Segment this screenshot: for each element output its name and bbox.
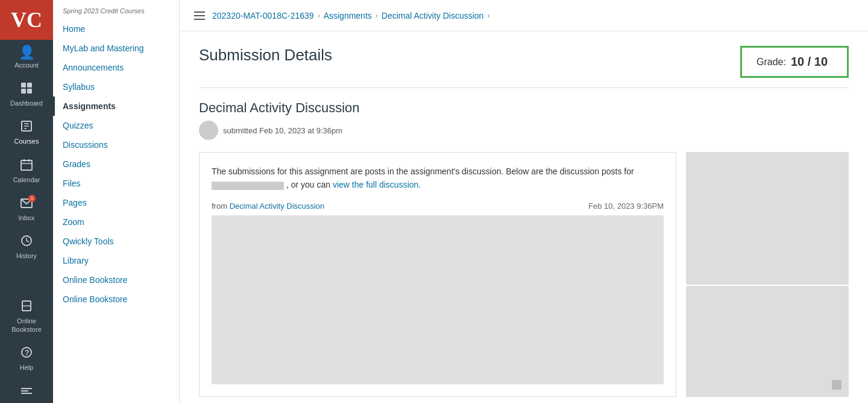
course-nav-announcements[interactable]: Announcements <box>53 58 179 77</box>
course-nav-online-bookstore2[interactable]: Online Bookstore <box>53 290 179 309</box>
svg-rect-3 <box>27 89 32 94</box>
collapse-nav-button[interactable] <box>0 378 53 403</box>
history-icon <box>20 234 33 250</box>
header-divider <box>199 87 849 88</box>
course-nav-zoom[interactable]: Zoom <box>53 212 179 232</box>
bookstore-icon <box>20 299 33 315</box>
course-nav-discussions[interactable]: Discussions <box>53 135 179 154</box>
bookstore-label: Online Bookstore <box>2 317 51 333</box>
svg-rect-1 <box>27 83 32 87</box>
grade-label: Grade: <box>756 57 786 68</box>
submission-text-2: , or you can <box>286 180 330 189</box>
sidebar-item-history[interactable]: History <box>0 228 53 266</box>
post-link[interactable]: Decimal Activity Discussion <box>230 202 325 211</box>
hamburger-line-1 <box>194 11 205 13</box>
submission-text-1: The submissions for this assignment are … <box>212 167 634 176</box>
hamburger-line-2 <box>194 15 205 16</box>
calendar-label: Calendar <box>13 176 40 184</box>
dashboard-icon <box>20 81 33 97</box>
course-nav-syllabus[interactable]: Syllabus <box>53 77 179 97</box>
grade-value: 10 / 10 <box>791 55 828 69</box>
help-icon: ? <box>20 346 33 361</box>
post-header: from Decimal Activity Discussion Feb 10,… <box>212 202 664 211</box>
course-nav-mylab[interactable]: MyLab and Mastering <box>53 39 179 58</box>
course-nav-quizzes[interactable]: Quizzes <box>53 116 179 135</box>
assignment-title: Decimal Activity Discussion <box>199 100 849 116</box>
content-area: Submission Details Grade: 10 / 10 Decima… <box>180 31 868 403</box>
breadcrumb-course[interactable]: 202320-MAT-0018C-21639 <box>212 11 314 21</box>
sidebar-scroll-indicator <box>832 380 841 390</box>
post-from-label: from Decimal Activity Discussion <box>212 202 324 211</box>
hamburger-button[interactable] <box>192 9 207 22</box>
view-discussion-link[interactable]: view the full discussion. <box>333 180 421 189</box>
submission-main: The submissions for this assignment are … <box>199 152 676 397</box>
page-header: Submission Details Grade: 10 / 10 <box>199 46 849 78</box>
discussion-post: from Decimal Activity Discussion Feb 10,… <box>212 202 664 384</box>
course-nav-assignments[interactable]: Assignments <box>53 97 179 116</box>
sidebar-item-inbox[interactable]: 1 Inbox <box>0 190 53 228</box>
dashboard-label: Dashboard <box>10 100 43 107</box>
breadcrumb-sep-1: › <box>318 11 320 20</box>
course-nav-qwickly[interactable]: Qwickly Tools <box>53 232 179 251</box>
svg-rect-2 <box>21 89 26 94</box>
course-nav-header: Spring 2023 Credit Courses <box>53 0 179 19</box>
help-label: Help <box>20 364 34 372</box>
submitted-text: submitted Feb 10, 2023 at 9:36pm <box>223 126 342 135</box>
course-nav-home[interactable]: Home <box>53 19 179 39</box>
submission-sidebar <box>686 152 849 397</box>
breadcrumb-current: Decimal Activity Discussion <box>382 11 484 21</box>
post-date: Feb 10, 2023 9:36PM <box>588 202 664 211</box>
course-nav-library[interactable]: Library <box>53 251 179 270</box>
account-label: Account <box>14 62 39 69</box>
sidebar-block-bottom <box>686 286 849 397</box>
course-nav-files[interactable]: Files <box>53 174 179 193</box>
courses-label: Courses <box>14 138 39 145</box>
svg-rect-8 <box>21 160 32 170</box>
submission-info: submitted Feb 10, 2023 at 9:36pm <box>199 121 849 140</box>
breadcrumb: 202320-MAT-0018C-21639 › Assignments › D… <box>212 11 489 21</box>
svg-text:?: ? <box>25 349 29 357</box>
post-body <box>212 215 664 384</box>
logo[interactable]: VC <box>0 0 53 40</box>
svg-rect-0 <box>21 83 26 87</box>
breadcrumb-assignments[interactable]: Assignments <box>324 11 372 21</box>
name-placeholder <box>212 182 284 190</box>
course-nav: Spring 2023 Credit Courses Home MyLab an… <box>53 0 180 403</box>
history-label: History <box>16 252 37 260</box>
sidebar-item-bookstore[interactable]: Online Bookstore <box>0 293 53 339</box>
sidebar-item-courses[interactable]: Courses <box>0 113 53 151</box>
hamburger-line-3 <box>194 19 205 20</box>
main-wrapper: 202320-MAT-0018C-21639 › Assignments › D… <box>180 0 868 403</box>
course-nav-pages[interactable]: Pages <box>53 193 179 212</box>
inbox-icon: 1 <box>20 196 33 212</box>
courses-icon <box>20 119 33 135</box>
breadcrumb-sep-2: › <box>376 11 378 20</box>
sidebar-item-account[interactable]: 👤 Account <box>0 40 53 75</box>
course-nav-grades[interactable]: Grades <box>53 154 179 174</box>
avatar <box>199 121 218 140</box>
page-title: Submission Details <box>199 46 332 65</box>
calendar-icon <box>20 158 33 174</box>
from-text: from <box>212 202 227 211</box>
inbox-badge: 1 <box>28 195 36 202</box>
course-nav-online-bookstore[interactable]: Online Bookstore <box>53 270 179 290</box>
collapse-icon <box>20 384 33 397</box>
sidebar-block-top <box>686 152 849 285</box>
grade-box: Grade: 10 / 10 <box>740 46 849 78</box>
submission-content: The submissions for this assignment are … <box>199 152 849 397</box>
sidebar-item-help[interactable]: ? Help <box>0 340 53 378</box>
submission-description: The submissions for this assignment are … <box>212 165 664 192</box>
global-nav: VC 👤 Account Dashboard Courses <box>0 0 53 403</box>
sidebar-item-dashboard[interactable]: Dashboard <box>0 75 53 113</box>
account-icon: 👤 <box>19 46 35 59</box>
breadcrumb-sep-3: › <box>487 11 489 20</box>
sidebar-item-calendar[interactable]: Calendar <box>0 152 53 190</box>
top-bar: 202320-MAT-0018C-21639 › Assignments › D… <box>180 0 868 31</box>
inbox-label: Inbox <box>19 214 35 222</box>
